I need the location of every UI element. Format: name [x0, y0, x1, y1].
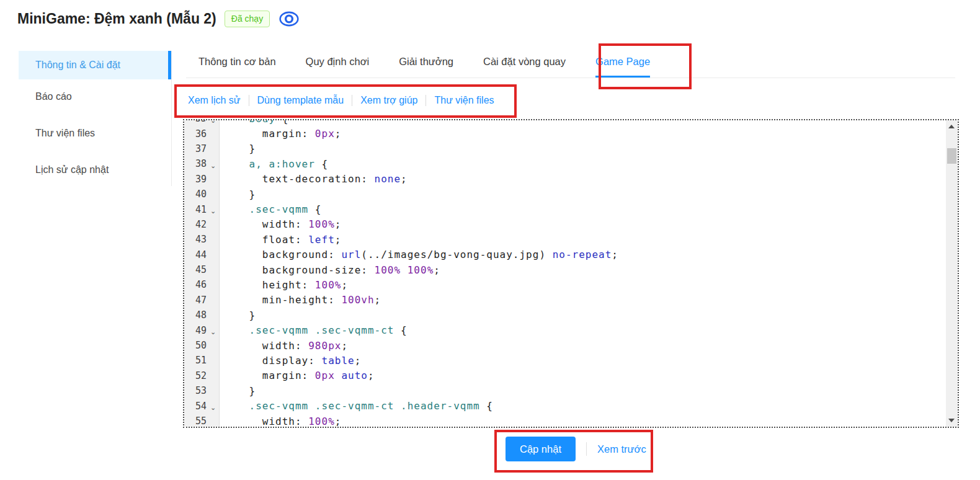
code-line[interactable]: 42 width: 100%; [184, 217, 946, 232]
code-text: height: 100%; [220, 279, 348, 291]
editor-code-area[interactable]: 35⌄ body {36 margin: 0px;37 }38⌄ a, a:ho… [184, 119, 946, 428]
sidebar-item-label: Báo cáo [35, 91, 72, 102]
code-line[interactable]: 46 height: 100%; [184, 277, 946, 292]
line-number: 52 [184, 370, 207, 381]
chevron-down-icon[interactable]: ⌄ [207, 162, 220, 169]
line-number: 45 [184, 264, 207, 275]
code-text: background-size: 100% 100%; [220, 264, 440, 276]
code-line[interactable]: 43 float: left; [184, 232, 946, 247]
editor-toolbar-links: Xem lịch sửDùng template mẫuXem trợ giúp… [188, 95, 494, 106]
preview-link[interactable]: Xem trước [597, 443, 646, 455]
line-number: 47 [184, 295, 207, 306]
tab-1[interactable]: Quy định chơi [306, 56, 370, 78]
line-number: 44 [184, 249, 207, 260]
code-text: min-height: 100vh; [220, 294, 381, 306]
code-text: a, a:hover { [220, 158, 328, 170]
code-text: } [220, 385, 256, 397]
code-line[interactable]: 41⌄ .sec-vqmm { [184, 202, 946, 216]
eye-icon [278, 10, 300, 28]
toolbar-link-0[interactable]: Xem lịch sử [188, 95, 241, 106]
line-number: 36 [184, 128, 207, 140]
status-badge: Đã chạy [225, 11, 270, 27]
sidebar-item-1[interactable]: Báo cáo [19, 82, 171, 111]
arrow-down-icon[interactable] [948, 419, 955, 422]
code-text: text-decoration: none; [220, 173, 408, 185]
toolbar-link-3[interactable]: Thư viện files [434, 95, 494, 106]
code-text: .sec-vqmm .sec-vqmm-ct { [220, 324, 408, 336]
line-number: 41 [184, 204, 207, 215]
editor-scrollbar[interactable] [946, 120, 958, 427]
code-line[interactable]: 54⌄ .sec-vqmm .sec-vqmm-ct .header-vqmm … [184, 398, 946, 413]
code-line[interactable]: 53 } [184, 383, 946, 398]
line-number: 42 [184, 219, 207, 230]
code-line[interactable]: 49⌄ .sec-vqmm .sec-vqmm-ct { [184, 322, 946, 337]
page-header: MiniGame: Đệm xanh (Mẫu 2) Đã chạy [17, 10, 300, 28]
code-text: display: table; [220, 355, 361, 367]
code-text: } [220, 189, 256, 200]
chevron-down-icon[interactable]: ⌄ [207, 208, 220, 215]
line-number: 53 [184, 385, 207, 396]
line-number: 51 [184, 355, 207, 366]
code-line[interactable]: 55 width: 100%; [184, 414, 946, 428]
line-number: 35 [184, 119, 207, 124]
link-separator [352, 95, 352, 106]
arrow-up-icon[interactable] [948, 125, 955, 128]
code-line[interactable]: 47 min-height: 100vh; [184, 293, 946, 308]
line-number: 55 [184, 416, 207, 427]
chevron-down-icon[interactable]: ⌄ [207, 404, 220, 411]
toolbar-link-2[interactable]: Xem trợ giúp [360, 95, 417, 106]
code-line[interactable]: 38⌄ a, a:hover { [184, 156, 946, 171]
sidebar-item-0[interactable]: Thông tin & Cài đặt [19, 51, 171, 79]
code-text: } [220, 143, 256, 154]
code-line[interactable]: 44 background: url(../images/bg-vong-qua… [184, 247, 946, 262]
code-line[interactable]: 39 text-decoration: none; [184, 172, 946, 187]
sidebar-item-label: Lịch sử cập nhật [35, 164, 109, 176]
footer-actions: Cập nhật Xem trước [506, 437, 646, 461]
scrollbar-thumb[interactable] [947, 148, 956, 164]
code-line[interactable]: 37 } [184, 141, 946, 156]
link-separator [425, 95, 426, 106]
preview-eye-button[interactable] [278, 10, 300, 28]
line-number: 49 [184, 325, 207, 336]
code-text: margin: 0px; [220, 128, 341, 140]
page-title: MiniGame: Đệm xanh (Mẫu 2) [17, 11, 216, 27]
tab-3[interactable]: Cài đặt vòng quay [483, 56, 566, 78]
code-line[interactable]: 36 margin: 0px; [184, 126, 946, 141]
tab-0[interactable]: Thông tin cơ bản [198, 56, 276, 78]
code-line[interactable]: 45 background-size: 100% 100%; [184, 262, 946, 277]
code-line[interactable]: 50 width: 980px; [184, 338, 946, 353]
code-line[interactable]: 48 } [184, 308, 946, 322]
code-text: body { [220, 119, 288, 125]
sidebar-nav: Thông tin & Cài đặtBáo cáoThư viện files… [19, 51, 171, 192]
chevron-down-icon[interactable]: ⌄ [207, 119, 220, 124]
link-separator [249, 95, 249, 106]
line-number: 48 [184, 309, 207, 321]
chevron-down-icon[interactable]: ⌄ [207, 329, 220, 336]
line-number: 54 [184, 401, 207, 412]
code-text: background: url(../images/bg-vong-quay.j… [220, 249, 618, 260]
code-line[interactable]: 51 display: table; [184, 353, 946, 368]
tab-2[interactable]: Giải thưởng [399, 56, 453, 78]
code-text: .sec-vqmm { [220, 203, 322, 215]
code-text: width: 980px; [220, 340, 348, 352]
line-number: 40 [184, 189, 207, 200]
code-line[interactable]: 40 } [184, 187, 946, 202]
code-line[interactable]: 52 margin: 0px auto; [184, 368, 946, 383]
update-button[interactable]: Cập nhật [506, 437, 576, 461]
line-number: 50 [184, 340, 207, 351]
sidebar-divider [171, 51, 172, 186]
code-text: width: 100%; [220, 416, 341, 427]
line-number: 39 [184, 174, 207, 185]
tab-bar: Thông tin cơ bảnQuy định chơiGiải thưởng… [186, 46, 955, 78]
line-number: 43 [184, 234, 207, 245]
code-editor[interactable]: 35⌄ body {36 margin: 0px;37 }38⌄ a, a:ho… [183, 119, 959, 428]
code-line[interactable]: 35⌄ body { [184, 119, 946, 126]
code-text: float: left; [220, 234, 341, 246]
code-text: margin: 0px auto; [220, 370, 375, 381]
line-number: 37 [184, 143, 207, 154]
sidebar-item-2[interactable]: Thư viện files [19, 119, 171, 148]
sidebar-item-3[interactable]: Lịch sử cập nhật [19, 156, 171, 184]
tab-4[interactable]: Game Page [595, 56, 650, 78]
toolbar-link-1[interactable]: Dùng template mẫu [257, 95, 344, 106]
sidebar-item-label: Thông tin & Cài đặt [35, 60, 120, 71]
